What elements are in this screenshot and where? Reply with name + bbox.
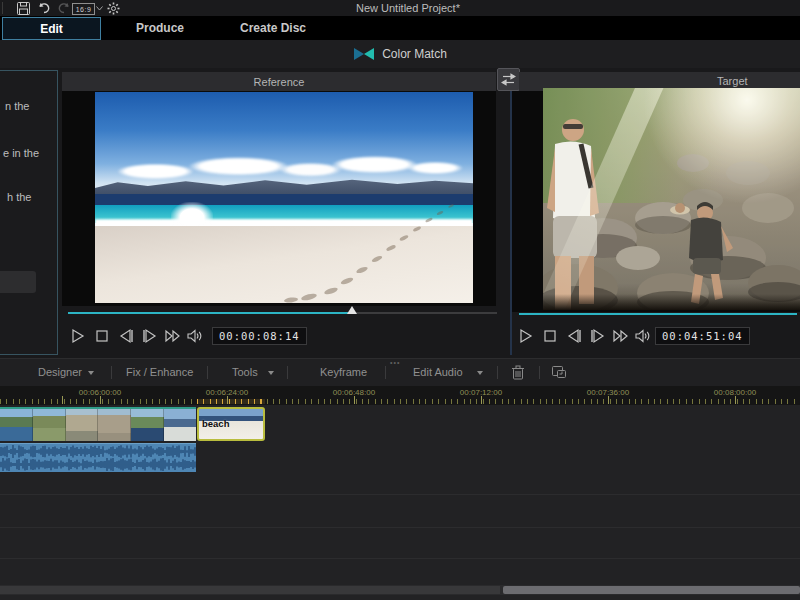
video-clip-coast[interactable] (0, 407, 196, 441)
toolbar-separator (385, 366, 386, 379)
reference-panel-header: Reference (62, 72, 496, 91)
redo-icon[interactable] (57, 1, 71, 15)
timeline-scrollbar-left-segment[interactable] (0, 586, 500, 594)
fast-forward-icon[interactable] (164, 328, 181, 345)
previous-frame-icon[interactable] (566, 328, 583, 345)
mode-tab-bar: Edit Produce Create Disc (0, 16, 800, 40)
target-timecode: 00:04:51:04 (655, 327, 750, 345)
reference-progress-remainder[interactable] (352, 312, 497, 314)
instruction-fragment: e in the (3, 147, 39, 159)
fix-enhance-button[interactable]: Fix / Enhance (126, 366, 193, 378)
reference-video-preview[interactable] (95, 92, 473, 303)
previous-frame-icon[interactable] (118, 328, 135, 345)
aspect-ratio-chevron-icon[interactable] (95, 1, 103, 15)
swap-arrows-icon (501, 73, 516, 86)
tab-produce[interactable]: Produce (104, 17, 216, 38)
target-video-preview[interactable] (543, 88, 800, 310)
audio-clip-waveform[interactable] (0, 443, 196, 472)
next-frame-icon[interactable] (590, 328, 607, 345)
stop-icon[interactable] (542, 328, 559, 345)
toolbar-separator (111, 366, 112, 379)
color-match-instructions-panel: n the e in the h the (0, 70, 58, 355)
color-match-title: Color Match (382, 47, 447, 61)
undo-icon[interactable] (37, 1, 51, 15)
tools-chevron-icon[interactable] (268, 371, 274, 375)
swap-reference-target-button[interactable] (497, 68, 520, 91)
target-panel-label: Target (717, 75, 748, 87)
timeline-scrollbar-thumb[interactable] (503, 586, 800, 594)
timeline-tracks: beach (0, 405, 800, 600)
settings-gear-icon[interactable] (106, 1, 120, 15)
stop-icon[interactable] (94, 328, 111, 345)
designer-chevron-icon[interactable] (88, 371, 94, 375)
title-bar: 16:9 New Untitled Project* (0, 0, 800, 16)
clip-label: beach (202, 418, 229, 429)
tab-edit[interactable]: Edit (2, 17, 101, 40)
toolbar-separator (207, 366, 208, 379)
toolbar-drag-handle[interactable]: ••• (390, 359, 400, 366)
play-icon[interactable] (70, 328, 87, 345)
designer-button[interactable]: Designer (38, 366, 82, 378)
ruler-selection-highlight (197, 399, 265, 404)
volume-icon[interactable] (634, 328, 651, 345)
edit-audio-button[interactable]: Edit Audio (413, 366, 463, 378)
play-icon[interactable] (518, 328, 535, 345)
tools-button[interactable]: Tools (232, 366, 258, 378)
project-title: New Untitled Project* (356, 2, 460, 14)
timeline-toolbar: ••• Designer Fix / Enhance Tools Keyfram… (0, 358, 800, 386)
clip-thumbnail (131, 409, 164, 441)
next-frame-icon[interactable] (142, 328, 159, 345)
toolbar-separator (287, 366, 288, 379)
reference-scrubber-handle[interactable] (347, 306, 357, 314)
produce-range-icon[interactable] (551, 365, 567, 379)
clip-thumbnail (0, 409, 33, 441)
keyframe-button[interactable]: Keyframe (320, 366, 367, 378)
bottom-shadow (543, 294, 800, 310)
beach-footprints (95, 92, 473, 303)
toolbar-separator (539, 366, 540, 379)
color-match-header: Color Match (0, 40, 800, 68)
track-divider (0, 494, 800, 495)
timeline-ruler[interactable]: 00:06:00:00 00:06:24:00 00:06:48:00 00:0… (0, 386, 800, 405)
instruction-fragment: h the (7, 191, 31, 203)
color-match-icon (353, 47, 375, 61)
aspect-ratio-dropdown[interactable]: 16:9 (72, 3, 95, 15)
titlebar-separator (2, 2, 3, 14)
clip-thumbnail (66, 409, 99, 441)
volume-icon[interactable] (186, 328, 203, 345)
clip-thumbnail (164, 409, 196, 441)
reference-timecode: 00:00:08:14 (212, 327, 307, 345)
toolbar-separator (497, 366, 498, 379)
powerdirector-window: 16:9 New Untitled Project* Edit Produce … (0, 0, 800, 600)
trash-icon[interactable] (511, 365, 525, 380)
edit-audio-chevron-icon[interactable] (477, 371, 483, 375)
ruler-minor-ticks (0, 399, 800, 404)
video-clip-beach-selected[interactable]: beach (197, 407, 265, 441)
reference-progress-bar[interactable] (68, 312, 352, 314)
sunlight-wash (543, 88, 800, 310)
reference-panel-label: Reference (254, 76, 305, 88)
waveform (1, 445, 195, 471)
track-divider (0, 527, 800, 528)
tab-create-disc[interactable]: Create Disc (212, 17, 334, 38)
target-progress-bar[interactable] (519, 313, 797, 315)
track-divider (0, 558, 800, 559)
clip-thumbnail (98, 409, 131, 441)
instruction-fragment: n the (5, 100, 29, 112)
clip-thumbnail (33, 409, 66, 441)
fast-forward-icon[interactable] (612, 328, 629, 345)
save-icon[interactable] (16, 1, 30, 15)
apply-button-partial[interactable] (0, 271, 36, 293)
